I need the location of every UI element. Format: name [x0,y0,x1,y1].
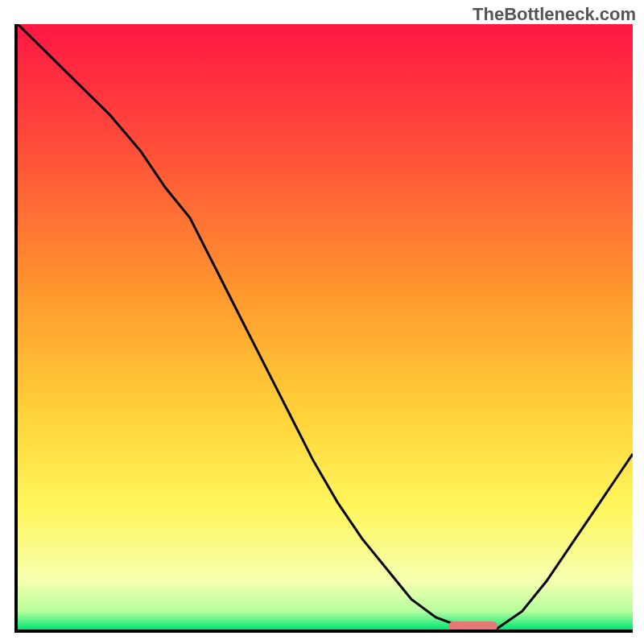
chart-container: TheBottleneck.com [0,0,644,644]
plot-area [14,24,633,633]
bottleneck-curve [18,24,633,630]
optimal-marker [448,621,497,631]
watermark-text: TheBottleneck.com [473,4,636,25]
